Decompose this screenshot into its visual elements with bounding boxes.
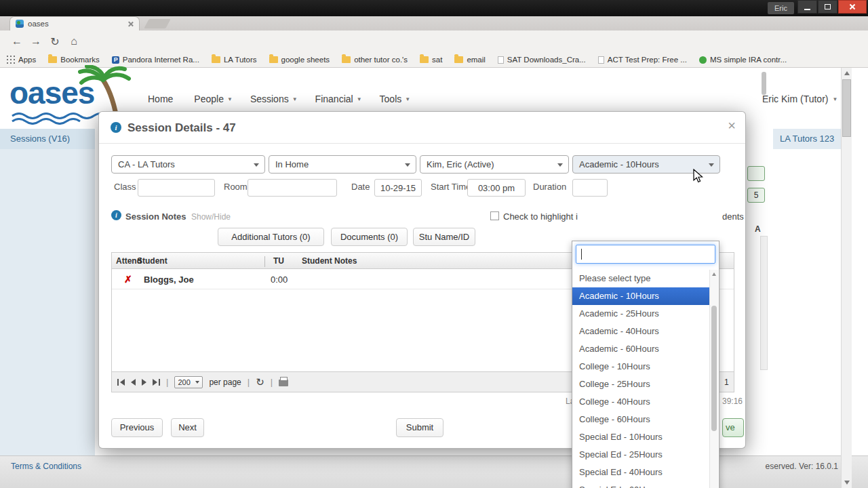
new-tab-button[interactable] [144,19,170,28]
nav-item[interactable]: Sessions ▼ [250,94,298,104]
back-button[interactable] [8,33,26,50]
caret-down-icon [195,381,199,384]
bookmark-item[interactable]: Pandora Internet Ra... [112,56,199,64]
bookmark-item[interactable]: ACT Test Prep: Free ... [598,56,687,64]
apps-grid-icon [7,56,15,64]
date-input[interactable] [374,179,422,197]
terms-link[interactable]: Terms & Conditions [11,462,81,471]
separator: | [248,377,250,387]
previous-button[interactable]: Previous [111,418,163,437]
refresh-icon[interactable] [256,376,264,388]
browser-tab[interactable]: oases [9,16,140,30]
background-scrollbar-thumb[interactable] [762,72,766,95]
background-scrollbar[interactable] [760,236,768,370]
dropdown-option[interactable]: Academic - 60Hours [572,340,710,358]
bookmark-item[interactable]: MS simple IRA contr... [699,56,787,64]
reload-button[interactable] [46,33,64,50]
apps-shortcut[interactable]: Apps [7,56,36,64]
nav-item[interactable]: People ▼ [194,94,233,104]
modal-close-icon[interactable] [728,119,736,132]
dropdown-option[interactable]: Special Ed - 25Hours [572,446,710,464]
caret-down-icon [557,163,563,167]
highlight-label: Check to highlight i [503,211,578,222]
dropdown-option[interactable]: Academic - 25Hours [572,305,710,323]
forward-button[interactable] [27,33,45,50]
scroll-up-icon[interactable] [712,272,716,276]
first-page-button[interactable] [117,379,125,386]
bookmark-item[interactable]: SAT Downloads_Cra... [498,56,586,64]
print-icon[interactable] [279,380,288,386]
dropdown-option[interactable]: Academic - 10Hours [572,287,710,305]
bookmark-item[interactable]: email [454,56,485,64]
col-student: Student [137,256,167,266]
class-input[interactable] [138,179,215,197]
dropdown-option[interactable]: Special Ed - 60Hours [572,481,710,488]
dropdown-scrollbar[interactable] [709,270,718,488]
show-hide-toggle[interactable]: Show/Hide [191,212,231,222]
window-maximize-button[interactable] [818,0,837,14]
prev-page-button[interactable] [131,379,136,386]
bookmark-label: other tutor co.'s [354,56,408,64]
caret-down-icon: ▼ [832,96,837,102]
browser-profile-badge[interactable]: Eric [768,2,794,14]
scroll-down-icon[interactable] [844,481,850,485]
nav-item[interactable]: Financial ▼ [315,94,362,104]
submit-button[interactable]: Submit [396,418,443,437]
page-scrollbar[interactable] [841,68,852,488]
nav-item[interactable]: Home [148,94,176,104]
sidebar-item-sessions[interactable]: Sessions (V16) [0,129,95,149]
dropdown-scrollbar-thumb[interactable] [711,306,717,431]
location-select[interactable]: In Home [269,155,416,174]
per-page-select[interactable]: 200 [174,376,203,388]
dropdown-option[interactable]: Special Ed - 40Hours [572,464,710,481]
bookmark-item[interactable]: google sheets [269,56,330,64]
caret-down-icon: ▼ [292,96,298,102]
column-divider [264,256,265,267]
bookmarks-label: Bookmarks [60,56,100,64]
center-select[interactable]: CA - LA Tutors [111,155,265,174]
tutor-select[interactable]: Kim, Eric (Active) [420,155,569,174]
home-button[interactable] [65,33,83,50]
save-button-fragment[interactable]: ve [722,418,744,437]
window-minimize-button[interactable] [797,0,817,14]
start-time-label: Start Time [431,182,471,192]
bookmark-icon [212,56,220,63]
duration-input[interactable] [572,179,608,197]
user-menu[interactable]: Eric Kim (Tutor) ▼ [762,89,837,109]
caret-down-icon: ▼ [405,96,410,102]
background-counter-fragment: 5 [747,188,765,203]
bookmarks-folder[interactable]: Bookmarks [48,56,100,64]
dropdown-search-input[interactable] [576,245,715,264]
additional-tutors-button[interactable]: Additional Tutors (0) [218,228,324,246]
scroll-up-icon[interactable] [844,71,850,75]
bookmark-item[interactable]: sat [420,56,442,64]
window-close-button[interactable] [838,0,867,14]
tab-title: oases [28,20,123,28]
last-page-button[interactable] [153,379,160,386]
bookmark-icon [598,56,604,64]
documents-button[interactable]: Documents (0) [331,228,408,246]
bookmark-item[interactable]: other tutor co.'s [342,56,408,64]
bookmark-icon [269,56,278,63]
bookmark-item[interactable]: LA Tutors [212,56,257,64]
stu-name-id-button[interactable]: Stu Name/ID [413,228,475,246]
nav-item[interactable]: Tools ▼ [380,94,411,104]
bookmark-icon [498,56,504,64]
dropdown-option[interactable]: College - 60Hours [572,411,710,428]
nav-label: People [194,94,224,104]
dropdown-option[interactable]: Please select type [572,270,710,287]
dropdown-option[interactable]: Academic - 40Hours [572,323,710,340]
start-time-input[interactable] [467,179,526,197]
close-icon [849,3,856,10]
dropdown-option[interactable]: College - 25Hours [572,375,710,393]
dropdown-option[interactable]: College - 10Hours [572,358,710,375]
dropdown-option[interactable]: College - 40Hours [572,393,710,411]
room-input[interactable] [248,179,337,197]
dropdown-option[interactable]: Special Ed - 10Hours [572,428,710,446]
highlight-checkbox[interactable] [490,211,499,220]
next-button[interactable]: Next [171,418,204,437]
tab-close-icon[interactable] [127,21,134,27]
attendance-x-icon[interactable]: ✗ [124,274,132,285]
scrollbar-thumb[interactable] [842,79,851,137]
next-page-button[interactable] [142,379,146,386]
